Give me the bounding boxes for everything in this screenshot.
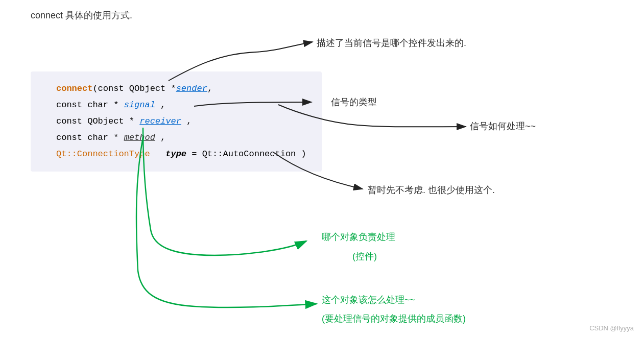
code-type-default: = Qt::AutoConnection ) (186, 149, 306, 159)
code-block: connect(const QObject *sender, const cha… (31, 71, 322, 172)
receiver-green-annotation: 哪个对象负责处理 (322, 231, 395, 243)
code-line4-indent: const char * (56, 133, 124, 142)
page-title: connect 具体的使用方式. (31, 9, 132, 21)
receiver-annotation: 信号如何处理~~ (470, 120, 536, 132)
code-type-kw: Qt::ConnectionType (56, 149, 150, 159)
code-type-param: type (165, 149, 186, 159)
code-line-2: const char * signal , (56, 97, 306, 113)
code-line1-rest: (const QObject * (92, 84, 176, 93)
watermark: CSDN @flyyya (589, 324, 634, 332)
code-line-5: Qt::ConnectionType type = Qt::AutoConnec… (56, 146, 306, 162)
code-method-param: method (124, 133, 155, 142)
code-receiver-param: receiver (139, 116, 181, 126)
code-connect-kw: connect (56, 84, 92, 93)
code-sender-param: sender (176, 84, 207, 93)
receiver-green-annotation2: (控件) (352, 250, 377, 262)
code-line-3: const QObject * receiver , (56, 113, 306, 130)
signal-annotation: 信号的类型 (331, 96, 377, 108)
code-signal-param: signal (124, 100, 155, 110)
method-green-annotation2: (要处理信号的对象提供的成员函数) (322, 312, 466, 325)
method-green-annotation: 这个对象该怎么处理~~ (322, 294, 415, 306)
code-line3-indent: const QObject * (56, 116, 139, 126)
type-annotation: 暂时先不考虑. 也很少使用这个. (368, 184, 495, 196)
code-line-1: connect(const QObject *sender, (56, 81, 306, 97)
code-line-4: const char * method , (56, 130, 306, 146)
sender-annotation: 描述了当前信号是哪个控件发出来的. (317, 37, 466, 49)
code-line2-indent: const char * (56, 100, 124, 110)
